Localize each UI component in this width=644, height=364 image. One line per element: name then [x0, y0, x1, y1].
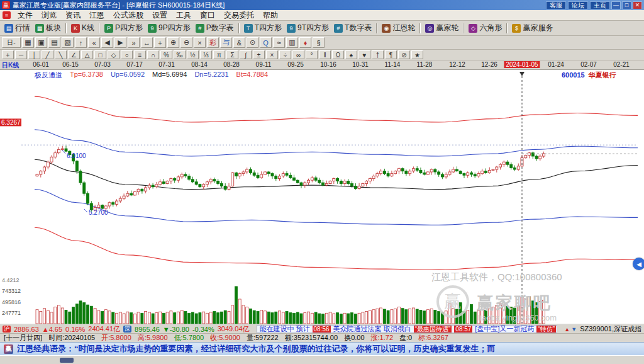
index-arrow-icon-1[interactable]: ▼ [571, 326, 577, 333]
search-icon[interactable]: Q [260, 37, 272, 48]
last-page-icon[interactable]: » [128, 37, 140, 48]
third-tool[interactable]: ⅓ [200, 50, 212, 59]
period-day-button[interactable]: 日- [2, 37, 21, 48]
split-window-icon[interactable]: ▣ [35, 37, 47, 48]
integral-tool[interactable]: ∫ [240, 50, 252, 59]
crosshair-icon[interactable]: + [154, 37, 166, 48]
plusminus-tool[interactable]: ± [253, 50, 265, 59]
star-tool[interactable]: ★ [411, 50, 423, 59]
zoom-out-icon[interactable]: ⊖ [180, 37, 192, 48]
target-icon[interactable]: ⊙ [247, 37, 258, 48]
vertical-line-tool[interactable]: │ [28, 50, 40, 59]
P数字表-icon: # [196, 24, 204, 33]
menu-item-7[interactable]: 窗口 [196, 10, 219, 21]
date-tick-02-21: 02-21 [613, 61, 630, 68]
menu-item-2[interactable]: 资讯 [61, 10, 85, 21]
triangle-tool[interactable]: △ [81, 50, 93, 59]
toolbar-button-赢家服务[interactable]: $赢家服务 [509, 22, 555, 34]
index-arrow-icon-0[interactable]: ▲ [564, 326, 570, 333]
up-arrow-icon[interactable]: ↑ [75, 37, 87, 48]
pilcrow-tool[interactable]: ¶ [385, 50, 397, 59]
news-ticker[interactable]: 能在建设中 预计08:56美众院通过法案 取消俄白“最惠国待遇”08:57[盘中… [257, 325, 558, 333]
maximize-button[interactable]: □ [622, 1, 631, 9]
angle-tool[interactable]: ∠ [68, 50, 80, 59]
menu-item-1[interactable]: 浏览 [37, 10, 61, 21]
toolbar-button-9T四方形[interactable]: 99T四方形 [284, 22, 331, 34]
parallel-lines-tool[interactable]: ≡ [134, 50, 146, 59]
sum-tool[interactable]: Σ [226, 50, 238, 59]
title-link-1[interactable]: 论坛 [568, 1, 588, 9]
toolbar-main: ▤行情▦板块KK线PP四方形99P四方形#P数字表TT四方形99T四方形#T数字… [0, 21, 644, 36]
menu-item-3[interactable]: 江恩 [85, 10, 109, 21]
arc-tool[interactable]: ∩ [147, 50, 159, 59]
diamond-icon[interactable]: ♦ [299, 37, 311, 48]
menu-item-8[interactable]: 交易委托 [219, 10, 258, 21]
panel-icon[interactable]: ▥ [286, 37, 298, 48]
title-link-0[interactable]: 客服 [546, 1, 566, 9]
diagonal-up-tool[interactable]: ╱ [42, 50, 53, 59]
circle-tool[interactable]: ○ [121, 50, 133, 59]
menu-item-9[interactable]: 帮助 [258, 10, 282, 21]
ampersand-icon[interactable]: & [233, 37, 245, 48]
prev-icon[interactable]: ◀ [101, 37, 113, 48]
info-field-10: 盘:0 [399, 333, 412, 343]
ticker-segment-6: “特仿” [536, 325, 556, 333]
horizontal-line-tool[interactable]: ─ [15, 50, 27, 59]
toolbar-button-P四方形[interactable]: PP四方形 [102, 22, 145, 34]
diagonal-down-tool[interactable]: ╲ [55, 50, 67, 59]
permille-tool[interactable]: ‰ [174, 50, 186, 59]
first-page-icon[interactable]: « [88, 37, 100, 48]
pi-tool[interactable]: π [213, 50, 225, 59]
kline-chart-svg[interactable]: 6.32674.42127433124958162477716.01005.27… [0, 70, 644, 325]
percent-tool[interactable]: % [160, 50, 172, 59]
divide-tool[interactable]: ÷ [279, 50, 291, 59]
menu-item-5[interactable]: 设置 [148, 10, 172, 21]
toolbar-button-赢家轮[interactable]: ◎赢家轮 [423, 22, 461, 34]
dagger-tool[interactable]: † [372, 50, 384, 59]
toolbar-button-K线[interactable]: KK线 [69, 22, 97, 34]
close-view-icon[interactable]: × [194, 37, 206, 48]
toolbar-label: T数字表 [345, 23, 372, 33]
minimize-button[interactable]: — [611, 1, 621, 9]
heart-tool[interactable]: ♥ [358, 50, 370, 59]
scroll-left-button[interactable]: ◀ [633, 258, 644, 270]
wave-icon[interactable]: ≈ [273, 37, 285, 48]
menu-item-6[interactable]: 工具 [172, 10, 196, 21]
toolbar-button-9P四方形[interactable]: 99P四方形 [145, 22, 193, 34]
quote-table-icon[interactable]: ▤ [48, 37, 60, 48]
toolbar-button-江恩轮[interactable]: ◉江恩轮 [379, 22, 418, 34]
close-button[interactable]: ✕ [633, 1, 642, 9]
swap-icon[interactable]: ↔ [141, 37, 153, 48]
infinity-tool[interactable]: ∞ [292, 50, 304, 59]
board-icon[interactable]: ▦ [22, 37, 34, 48]
menu-item-4[interactable]: 公式选股 [109, 10, 148, 21]
toolbar-separator [419, 23, 421, 33]
toolbar-button-六角形[interactable]: ◇六角形 [466, 22, 504, 34]
toolbar-button-板块[interactable]: ▦板块 [33, 22, 64, 34]
multiply-tool[interactable]: × [266, 50, 278, 59]
and-button[interactable]: 与 [220, 37, 232, 48]
omega-tool[interactable]: Ω [332, 50, 344, 59]
title-link-2[interactable]: 主页 [590, 1, 610, 9]
toolbar-button-T四方形[interactable]: TT四方形 [242, 22, 284, 34]
date-tick-10-16: 10-16 [320, 61, 336, 68]
kline-chart-area[interactable]: 6.32674.42127433124958162477716.01005.27… [0, 69, 644, 324]
degree-tool[interactable]: ° [306, 50, 318, 59]
spade-tool[interactable]: ♠ [345, 50, 357, 59]
grid-window-icon[interactable]: ▧ [62, 37, 74, 48]
section-icon[interactable]: § [313, 37, 325, 48]
rect-tool[interactable]: □ [94, 50, 106, 59]
toolbar-button-P数字表[interactable]: #P数字表 [193, 22, 236, 34]
menu-item-0[interactable]: 文件 [13, 10, 37, 21]
half-tool[interactable]: ½ [187, 50, 199, 59]
indicator-param-0: Tp=6.3738 [70, 71, 103, 80]
toolbar-button-T数字表[interactable]: #T数字表 [331, 22, 374, 34]
diamond-tool[interactable]: ◇ [108, 50, 119, 59]
next-icon[interactable]: ▶ [114, 37, 126, 48]
slash-circle-tool[interactable]: ⊘ [398, 50, 410, 59]
zoom-in-icon[interactable]: ⊕ [167, 37, 179, 48]
color-kline-button[interactable]: 彩 [207, 37, 219, 48]
toolbar-button-行情[interactable]: ▤行情 [2, 22, 33, 34]
cross-tool[interactable]: + [2, 50, 14, 59]
parallel-tool[interactable]: ‖ [319, 50, 331, 59]
